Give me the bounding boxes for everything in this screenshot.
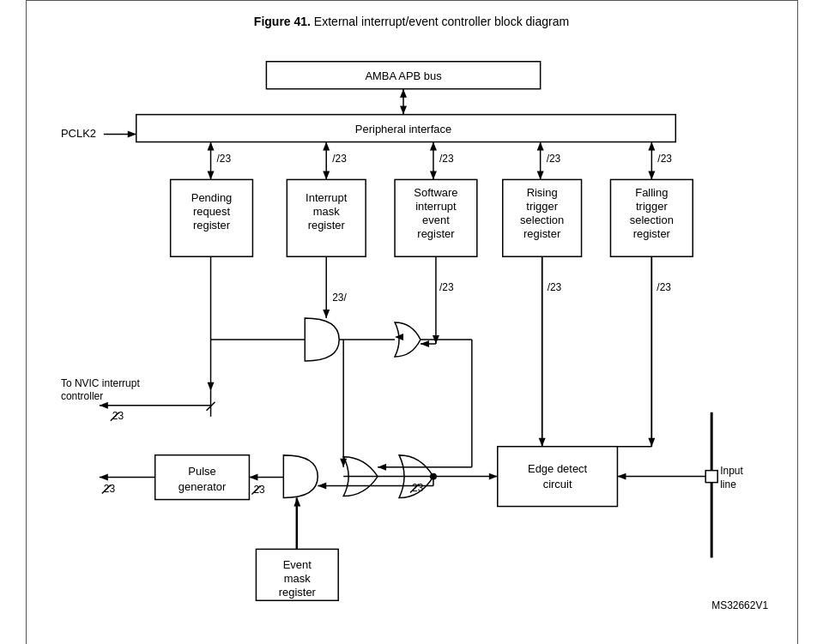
software-interrupt-label: Software bbox=[414, 186, 457, 199]
svg-text:selection: selection bbox=[629, 214, 673, 226]
bus-width-3: /23 bbox=[439, 153, 453, 165]
figure-desc: External interrupt/event controller bloc… bbox=[311, 15, 569, 28]
svg-marker-9 bbox=[207, 171, 214, 179]
svg-marker-14 bbox=[429, 142, 436, 151]
bus-width-4: /23 bbox=[546, 153, 560, 165]
svg-marker-54 bbox=[420, 340, 428, 347]
falling-trigger-label: Falling bbox=[635, 186, 668, 199]
edge-detect-label1: Edge detect bbox=[528, 462, 588, 475]
event-mask-label3: register bbox=[278, 586, 316, 599]
nvic-label-line1: To NVIC interrupt bbox=[60, 377, 139, 389]
svg-text:register: register bbox=[632, 227, 670, 240]
version-label: MS32662V1 bbox=[711, 599, 768, 611]
svg-text:request: request bbox=[192, 205, 230, 218]
svg-marker-41 bbox=[207, 382, 214, 391]
svg-marker-74 bbox=[99, 474, 107, 481]
interrupt-mask-label: Interrupt bbox=[306, 191, 348, 204]
svg-text:interrupt: interrupt bbox=[415, 200, 457, 213]
svg-text:register: register bbox=[523, 227, 561, 240]
bus-width-rt: /23 bbox=[547, 281, 561, 293]
svg-marker-95 bbox=[293, 498, 300, 507]
pclk2-label: PCLK2 bbox=[60, 127, 95, 140]
svg-marker-8 bbox=[207, 142, 214, 151]
peripheral-interface-label: Peripheral interface bbox=[354, 123, 451, 135]
pulse-gen-label2: generator bbox=[178, 480, 226, 493]
bus-width-ft: /23 bbox=[657, 281, 671, 293]
input-line-label2: line bbox=[720, 478, 736, 491]
pg-input-width: 23 bbox=[253, 484, 265, 496]
svg-marker-12 bbox=[323, 171, 330, 179]
rising-trigger-label: Rising bbox=[526, 186, 557, 199]
bus-width-si: /23 bbox=[439, 281, 453, 293]
svg-marker-62 bbox=[488, 473, 497, 480]
svg-marker-90 bbox=[318, 483, 326, 490]
svg-marker-3 bbox=[400, 106, 407, 115]
svg-marker-20 bbox=[648, 142, 655, 151]
bus-width-2: /23 bbox=[332, 153, 347, 165]
svg-rect-66 bbox=[705, 471, 717, 483]
svg-text:mask: mask bbox=[312, 205, 339, 218]
nvic-width: 23 bbox=[112, 410, 124, 422]
event-mask-label2: mask bbox=[283, 572, 310, 585]
block-diagram-svg: AMBA APB bus PCLK2 Peripheral interface … bbox=[44, 44, 780, 627]
svg-text:selection: selection bbox=[520, 214, 564, 226]
figure-label: Figure 41. bbox=[254, 15, 311, 28]
event-mask-label1: Event bbox=[282, 558, 312, 571]
bus-width-1: /23 bbox=[216, 153, 231, 165]
svg-marker-93 bbox=[378, 464, 386, 471]
svg-marker-58 bbox=[99, 402, 107, 409]
svg-marker-43 bbox=[323, 310, 330, 318]
svg-text:trigger: trigger bbox=[635, 200, 667, 213]
bus-width-5: /23 bbox=[657, 153, 672, 165]
svg-text:register: register bbox=[417, 227, 455, 240]
svg-marker-18 bbox=[536, 171, 543, 179]
bus-width-im: 23/ bbox=[332, 292, 347, 304]
svg-marker-68 bbox=[617, 473, 626, 480]
diagram-container: Figure 41. External interrupt/event cont… bbox=[26, 0, 798, 644]
pg-output-width: 23 bbox=[103, 483, 115, 495]
edge-detect-label2: circuit bbox=[542, 478, 572, 491]
nvic-label-line2: controller bbox=[60, 390, 102, 402]
svg-marker-21 bbox=[648, 171, 655, 179]
svg-text:register: register bbox=[192, 219, 230, 232]
svg-marker-11 bbox=[323, 142, 330, 151]
svg-marker-77 bbox=[249, 474, 257, 481]
svg-marker-2 bbox=[400, 89, 407, 98]
diagram-title: Figure 41. External interrupt/event cont… bbox=[44, 15, 780, 28]
input-line-label1: Input bbox=[720, 465, 743, 477]
pending-request-label: Pending bbox=[191, 191, 232, 204]
svg-marker-15 bbox=[429, 171, 436, 179]
svg-marker-17 bbox=[536, 142, 543, 151]
svg-marker-5 bbox=[127, 131, 136, 138]
svg-text:trigger: trigger bbox=[526, 200, 558, 213]
svg-text:event: event bbox=[422, 214, 450, 226]
amba-bus-label: AMBA APB bus bbox=[365, 69, 442, 82]
bus-width-or2: 23 bbox=[412, 482, 424, 494]
svg-text:register: register bbox=[307, 219, 345, 232]
pulse-gen-label1: Pulse bbox=[188, 465, 215, 478]
